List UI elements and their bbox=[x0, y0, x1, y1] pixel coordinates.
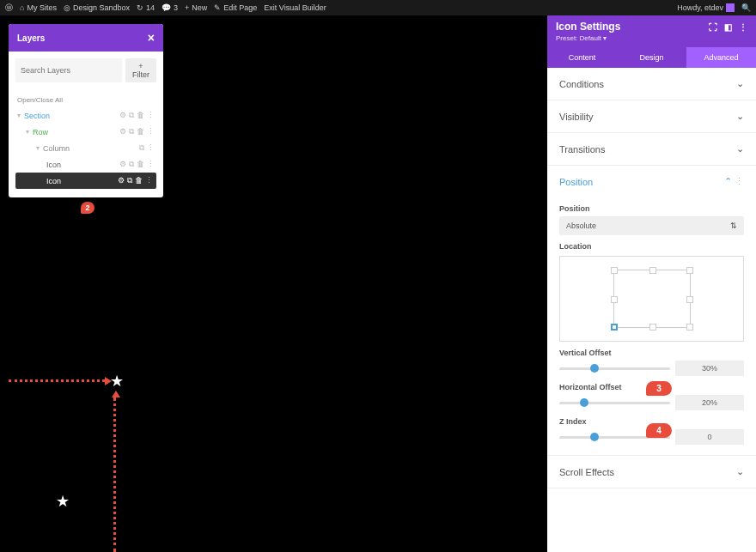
more-icon: ⋮ bbox=[147, 127, 155, 136]
zindex-input[interactable] bbox=[675, 429, 744, 445]
tab-advanced[interactable]: Advanced bbox=[686, 47, 756, 68]
layer-icon-2-selected[interactable]: Icon ⚙⧉🗑⋮ bbox=[15, 173, 156, 189]
gear-icon: ⚙ bbox=[118, 176, 125, 185]
half-icon[interactable]: ◧ bbox=[724, 22, 732, 32]
copy-icon: ⧉ bbox=[129, 160, 134, 169]
chevron-up-icon: ⌃ bbox=[724, 176, 732, 186]
voffset-label: Vertical Offset bbox=[559, 349, 744, 357]
acc-transitions[interactable]: Transitions⌄ bbox=[547, 133, 756, 165]
comments-link[interactable]: 💬 3 bbox=[162, 3, 178, 12]
star-icon-1[interactable]: ★ bbox=[110, 372, 124, 391]
gear-icon: ⚙ bbox=[119, 160, 126, 169]
chevron-down-icon: ⌄ bbox=[736, 78, 744, 89]
layer-row[interactable]: ▾Row ⚙⧉🗑⋮ bbox=[15, 124, 156, 140]
acc-conditions[interactable]: Conditions⌄ bbox=[547, 68, 756, 100]
close-icon[interactable]: × bbox=[148, 31, 155, 45]
more-icon: ⋮ bbox=[145, 176, 153, 185]
editor-canvas[interactable]: Layers × + Filter Open/Close All ▾Sectio… bbox=[0, 15, 547, 552]
copy-icon: ⧉ bbox=[127, 176, 132, 185]
layer-column[interactable]: ▾Column ⧉⋮ bbox=[15, 140, 156, 156]
callout-2: 2 bbox=[81, 202, 94, 214]
wp-logo-icon[interactable]: ⓦ bbox=[5, 3, 13, 14]
voffset-input[interactable] bbox=[675, 361, 744, 376]
more-icon: ⋮ bbox=[147, 143, 155, 153]
settings-title: Icon Settings bbox=[556, 21, 620, 33]
trash-icon: 🗑 bbox=[135, 176, 143, 185]
location-bottom-left-selected bbox=[611, 324, 618, 331]
horizontal-offset-arrow bbox=[9, 379, 105, 382]
select-arrows-icon: ⇅ bbox=[730, 221, 737, 230]
more-icon: ⋮ bbox=[147, 111, 155, 120]
avatar-icon bbox=[726, 3, 735, 12]
location-picker[interactable] bbox=[559, 256, 744, 342]
edit-page-link[interactable]: ✎ Edit Page bbox=[214, 3, 257, 12]
callout-3: 3 bbox=[646, 381, 672, 396]
trash-icon: 🗑 bbox=[137, 127, 144, 136]
copy-icon: ⧉ bbox=[129, 127, 134, 136]
admin-topbar: ⓦ ⌂ My Sites ◎ Design Sandbox ↻ 14 💬 3 +… bbox=[0, 0, 756, 15]
more-icon: ⋮ bbox=[735, 176, 744, 186]
layers-title: Layers bbox=[17, 33, 45, 43]
copy-icon: ⧉ bbox=[129, 111, 134, 120]
more-icon: ⋮ bbox=[147, 160, 155, 169]
site-link[interactable]: ◎ Design Sandbox bbox=[64, 3, 130, 12]
settings-sidebar: Icon Settings ⛶ ◧ ⋮ Preset: Default ▾ Co… bbox=[547, 15, 756, 552]
position-select[interactable]: Absolute⇅ bbox=[559, 216, 744, 235]
star-icon-2[interactable]: ★ bbox=[56, 492, 70, 511]
filter-button[interactable]: + Filter bbox=[125, 58, 156, 82]
acc-position[interactable]: Position⌃ ⋮ bbox=[547, 166, 756, 197]
gear-icon: ⚙ bbox=[119, 111, 126, 120]
search-icon[interactable]: 🔍 bbox=[741, 3, 751, 12]
settings-tabs: Content Design Advanced bbox=[547, 47, 756, 68]
trash-icon: 🗑 bbox=[137, 111, 144, 120]
position-label: Position bbox=[559, 204, 744, 213]
trash-icon: 🗑 bbox=[137, 160, 144, 169]
tab-design[interactable]: Design bbox=[617, 47, 686, 68]
updates-link[interactable]: ↻ 14 bbox=[137, 3, 155, 12]
chevron-down-icon: ⌄ bbox=[736, 111, 744, 122]
mysites-link[interactable]: ⌂ My Sites bbox=[20, 3, 57, 12]
hoffset-input[interactable] bbox=[675, 395, 744, 410]
chevron-down-icon: ⌄ bbox=[736, 143, 744, 155]
exit-builder-link[interactable]: Exit Visual Builder bbox=[264, 3, 326, 12]
howdy-link[interactable]: Howdy, etdev bbox=[677, 3, 735, 12]
vertical-offset-arrow bbox=[113, 397, 116, 552]
voffset-slider[interactable] bbox=[559, 367, 670, 370]
copy-icon: ⧉ bbox=[139, 143, 144, 153]
layer-section[interactable]: ▾Section ⚙⧉🗑⋮ bbox=[15, 107, 156, 124]
layer-icon-1[interactable]: Icon ⚙⧉🗑⋮ bbox=[15, 156, 156, 173]
hoffset-slider[interactable] bbox=[559, 402, 670, 404]
more-icon[interactable]: ⋮ bbox=[739, 22, 747, 32]
open-close-all[interactable]: Open/Close All bbox=[15, 93, 156, 107]
layers-panel: Layers × + Filter Open/Close All ▾Sectio… bbox=[9, 24, 163, 197]
new-link[interactable]: + New bbox=[185, 3, 207, 12]
callout-4: 4 bbox=[646, 423, 672, 438]
layers-search-input[interactable] bbox=[15, 58, 122, 82]
expand-icon[interactable]: ⛶ bbox=[709, 22, 717, 32]
preset-label[interactable]: Preset: Default ▾ bbox=[556, 34, 747, 42]
acc-visibility[interactable]: Visibility⌄ bbox=[547, 100, 756, 132]
acc-scroll-effects[interactable]: Scroll Effects⌄ bbox=[547, 456, 756, 488]
chevron-down-icon: ⌄ bbox=[736, 466, 744, 477]
tab-content[interactable]: Content bbox=[547, 47, 617, 68]
gear-icon: ⚙ bbox=[119, 127, 126, 136]
location-label: Location bbox=[559, 242, 744, 251]
